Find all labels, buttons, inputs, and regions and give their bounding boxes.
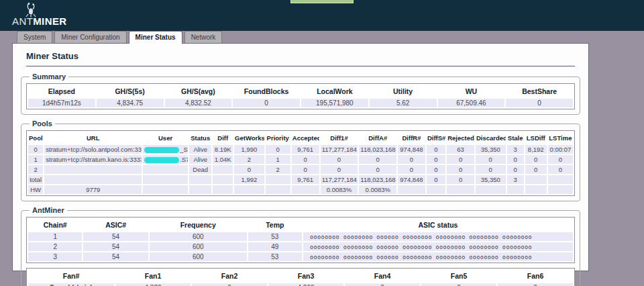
column-header: Status: [189, 132, 211, 144]
column-header: Rejected: [447, 132, 474, 144]
cell: 4,320: [115, 283, 191, 286]
cell: stratum+tcp://solo.antpool.com:3333: [44, 145, 142, 154]
cell: 3: [28, 252, 82, 261]
column-header: Diff1#: [321, 132, 358, 144]
logo-ant: ANT: [12, 15, 33, 27]
column-header: Frequency: [150, 219, 247, 231]
column-header: Fan#: [28, 270, 114, 282]
cell: 117,277,184: [321, 175, 358, 184]
cell: 54: [83, 252, 148, 261]
summary-table: ElapsedGH/S(5s)GH/S(avg)FoundBlocksLocal…: [26, 83, 575, 109]
cell: Speed (r/min): [28, 283, 114, 286]
column-header: LSDiff: [525, 132, 547, 144]
cell: 0: [476, 155, 506, 164]
column-header: LocalWork: [301, 85, 368, 97]
cell: 8.19K: [213, 145, 233, 154]
cell: [234, 185, 264, 194]
cell: 2: [28, 165, 43, 174]
column-header: Temp: [248, 219, 302, 231]
column-header: Pool: [28, 132, 43, 144]
cell: 9,761: [292, 145, 319, 154]
cell: [427, 185, 445, 194]
cell: [447, 185, 474, 194]
cell: _S7: [143, 145, 188, 154]
redacted-user-blob: [144, 147, 179, 153]
cell: 0.0083%: [321, 185, 358, 194]
pools-section: Pools PoolURLUserStatusDiffGetWorksPrior…: [21, 120, 580, 201]
table-row: 25460049oooooooo oooooooo oooooo ooooooo…: [28, 242, 573, 251]
cell: 54: [83, 232, 148, 241]
cell: 5.62: [370, 99, 437, 107]
cell: 9,761: [292, 175, 319, 184]
redacted-user-blob: [144, 157, 179, 163]
cell: 0: [548, 155, 573, 164]
column-header: GH/S(5s): [97, 85, 164, 97]
cell: 0: [507, 155, 524, 164]
cell: oooooooo oooooooo oooooo oooooooo oooooo…: [303, 242, 573, 251]
antminer-section: AntMiner Chain#ASIC#FrequencyTempASIC st…: [21, 206, 580, 286]
cell: [525, 185, 547, 194]
column-header: URL: [44, 132, 142, 144]
column-header: WU: [438, 85, 505, 97]
column-header: GetWorks: [234, 132, 264, 144]
cell: 0: [266, 145, 290, 154]
cell: 1,990: [234, 145, 264, 154]
summary-legend: Summary: [30, 73, 68, 81]
cell: 3: [507, 175, 524, 184]
cell: 0: [447, 175, 474, 184]
cell: 35,350: [476, 175, 506, 184]
column-header: Chain#: [28, 219, 82, 231]
cell: 0: [292, 165, 319, 174]
tab-miner-status[interactable]: Miner Status: [129, 31, 182, 44]
cell: oooooooo oooooooo oooooo oooooooo oooooo…: [303, 252, 573, 261]
cell: 0: [476, 165, 506, 174]
tab-network[interactable]: Network: [184, 31, 223, 43]
cell: 49: [248, 242, 302, 251]
tab-system[interactable]: System: [17, 31, 52, 43]
column-header: Utility: [370, 85, 437, 97]
table-row: 35460053oooooooo oooooooo oooooo ooooooo…: [28, 252, 573, 261]
column-header: User: [143, 132, 188, 144]
top-header: ANTMINER: [0, 0, 644, 31]
cell: stratum+tcp://stratum.kano.is:3333: [44, 155, 142, 164]
column-header: FoundBlocks: [233, 85, 300, 97]
chain-table: Chain#ASIC#FrequencyTempASIC status15460…: [26, 217, 575, 263]
cell: 67,509.46: [438, 99, 505, 107]
cell: 118,023,168: [359, 175, 396, 184]
cell: 0: [359, 155, 396, 164]
tab-miner-configuration[interactable]: Miner Configuration: [54, 31, 126, 43]
cell: Alive: [189, 145, 211, 154]
cell: 0: [192, 283, 267, 286]
cell: 35,350: [476, 145, 506, 154]
cell: 0: [28, 145, 43, 154]
header-row: PoolURLUserStatusDiffGetWorksPriorityAcc…: [28, 132, 573, 144]
pools-table: PoolURLUserStatusDiffGetWorksPriorityAcc…: [26, 130, 575, 196]
cell: 54: [83, 242, 148, 251]
cell: 0: [506, 99, 573, 107]
cell: 3: [507, 145, 524, 154]
cell: Dead: [189, 165, 211, 174]
cell: 9779: [44, 185, 142, 194]
column-header: DiffS#: [427, 132, 445, 144]
cell: 0: [233, 99, 300, 107]
cell: [266, 175, 290, 184]
cell: 118,023,168: [359, 145, 396, 154]
column-header: Discarded: [476, 132, 506, 144]
header-row: ElapsedGH/S(5s)GH/S(avg)FoundBlocksLocal…: [28, 85, 573, 97]
column-header: DiffR#: [398, 132, 425, 144]
table-row: 15460053oooooooo oooooooo oooooo ooooooo…: [28, 232, 573, 241]
table-row: HW97790.0083%0.0083%: [28, 185, 573, 194]
cell: Alive: [189, 155, 211, 164]
cell: 0: [447, 155, 474, 164]
cell: 0.0083%: [359, 185, 396, 194]
cell: 0: [321, 155, 358, 164]
cell: [44, 165, 142, 174]
cell: 63: [447, 145, 474, 154]
cell: 1,992: [234, 175, 264, 184]
table-row: total1,9929,761117,277,184118,023,168974…: [28, 175, 573, 184]
cell: [266, 185, 290, 194]
cell: [44, 175, 142, 184]
cell: HW: [28, 185, 43, 194]
cell: 2: [28, 242, 82, 251]
cell: 974,848: [398, 175, 425, 184]
